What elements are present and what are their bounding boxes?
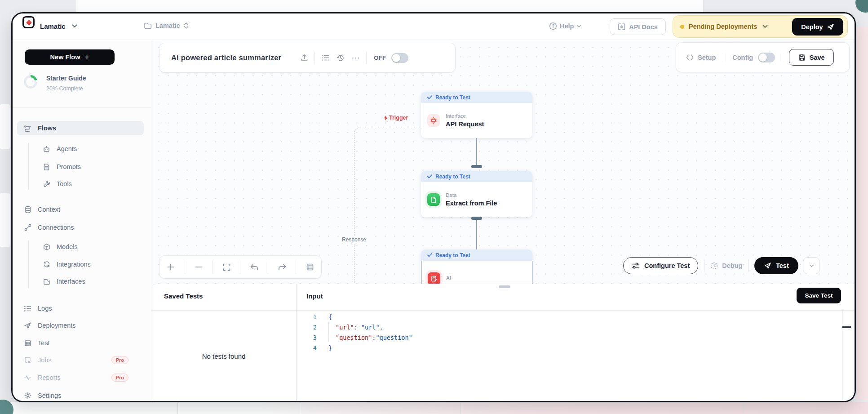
test-options-chevron[interactable] <box>803 257 820 274</box>
sidebar-item-jobs[interactable]: Jobs Pro <box>17 353 144 367</box>
sidebar-item-settings[interactable]: Settings <box>17 388 144 402</box>
chevron-down-icon <box>576 25 581 28</box>
flow-enabled-toggle[interactable] <box>391 53 408 63</box>
sidebar-item-label: Tools <box>57 180 72 187</box>
chevron-down-icon[interactable] <box>762 25 768 28</box>
pro-badge: Pro <box>111 374 128 382</box>
sidebar-item-prompts[interactable]: Prompts <box>17 160 144 174</box>
deploy-button[interactable]: Deploy <box>792 18 843 36</box>
config-toggle-group: Config <box>732 54 753 61</box>
input-code-editor[interactable]: 1{ 2"url": "url", 3"question":"question"… <box>297 311 842 401</box>
history-icon[interactable] <box>333 54 348 62</box>
sidebar-item-reports[interactable]: Reports Pro <box>17 370 144 385</box>
connections-icon <box>24 224 31 231</box>
config-toggle[interactable] <box>758 53 775 62</box>
sidebar-item-context[interactable]: Context <box>17 202 144 217</box>
background-strip <box>76 0 703 13</box>
top-bar: Lamatic Lamatic ? Help <box>13 13 855 40</box>
pending-status-dot-icon <box>680 25 684 29</box>
cube-icon <box>43 243 50 251</box>
screen: Lamatic Lamatic ? Help <box>0 0 868 414</box>
agents-icon <box>43 145 50 152</box>
node-status-bar: Ready to Test <box>421 92 532 103</box>
sidebar-item-connections[interactable]: Connections <box>17 220 144 235</box>
deployments-icon <box>24 322 31 329</box>
indent-guide <box>328 322 329 342</box>
notes-icon[interactable] <box>301 258 319 276</box>
config-label: Config <box>732 54 753 61</box>
list-icon[interactable] <box>318 54 333 61</box>
node-extract-from-file[interactable]: Ready to Test Data Extract from File <box>421 171 532 217</box>
redo-icon[interactable] <box>273 258 291 276</box>
line-number: 2 <box>297 322 317 333</box>
more-options-icon[interactable]: ⋯ <box>348 53 363 63</box>
starter-guide-progress-text: 20% Complete <box>46 85 83 92</box>
divider <box>13 107 151 108</box>
api-docs-button[interactable]: API Docs <box>610 18 666 35</box>
pending-deployments-pill[interactable]: Pending Deployments Deploy <box>673 15 848 38</box>
editor-scrollbar[interactable] <box>842 311 843 401</box>
sidebar-item-models[interactable]: Models <box>17 240 144 254</box>
help-menu[interactable]: ? Help <box>549 22 581 30</box>
chevron-down-icon[interactable] <box>72 24 77 28</box>
line-number: 3 <box>297 333 317 343</box>
new-flow-button[interactable]: New Flow + <box>25 49 115 65</box>
clock-icon <box>710 262 718 270</box>
sidebar-item-deployments[interactable]: Deployments <box>17 318 144 333</box>
test-button[interactable]: Test <box>754 257 798 274</box>
node-category: Interface <box>446 113 484 119</box>
fit-view-icon[interactable] <box>217 258 235 276</box>
logs-icon <box>24 305 31 312</box>
debug-button[interactable]: Debug <box>710 262 742 270</box>
panel-resize-handle[interactable] <box>499 285 510 288</box>
node-api-request[interactable]: Ready to Test Interface API Request <box>421 92 532 138</box>
starter-guide-progress-ring[interactable] <box>24 75 37 89</box>
folder-icon <box>144 22 152 29</box>
setup-button[interactable]: Setup <box>686 54 716 61</box>
sidebar-item-test[interactable]: Test <box>17 336 144 350</box>
sidebar-item-label: Reports <box>38 374 61 381</box>
new-flow-label: New Flow <box>50 53 80 61</box>
node-ai[interactable]: Ready to Test AI <box>421 249 532 284</box>
app-window: Lamatic Lamatic ? Help <box>11 12 856 402</box>
code-token: } <box>328 344 332 352</box>
sidebar-item-label: Prompts <box>57 163 81 170</box>
save-button[interactable]: Save <box>789 49 834 66</box>
configure-test-button[interactable]: Configure Test <box>623 257 698 274</box>
sidebar-item-label: Integrations <box>57 261 91 268</box>
sidebar-item-logs[interactable]: Logs <box>17 301 144 316</box>
sidebar-item-flows[interactable]: Flows <box>17 121 144 135</box>
zoom-out-icon[interactable] <box>190 258 208 276</box>
sidebar-item-label: Interfaces <box>57 278 85 285</box>
edge-handle[interactable] <box>471 165 482 168</box>
export-icon[interactable] <box>297 54 312 62</box>
empty-tests-message: No tests found <box>151 352 296 360</box>
workspace-name[interactable]: Lamatic <box>40 22 66 30</box>
flow-settings-bar: Setup Config Save <box>676 43 849 72</box>
edge-connector <box>476 220 477 249</box>
background-shape <box>855 0 868 13</box>
sidebar-item-agents[interactable]: Agents <box>17 142 144 156</box>
sidebar-item-tools[interactable]: Tools <box>17 177 144 191</box>
sidebar-item-integrations[interactable]: Integrations <box>17 257 144 272</box>
sidebar-item-label: Jobs <box>38 356 52 364</box>
deploy-label: Deploy <box>801 23 823 31</box>
flow-title[interactable]: Ai powered article summarizer <box>171 53 281 62</box>
canvas-toolbar <box>159 256 321 278</box>
code-token: "url" <box>336 324 354 331</box>
pending-deployments-label: Pending Deployments <box>689 23 757 30</box>
lamatic-logo[interactable] <box>22 16 35 28</box>
zoom-in-icon[interactable] <box>162 258 180 276</box>
sidebar-item-interfaces[interactable]: Interfaces <box>17 274 144 289</box>
sliders-icon <box>632 262 640 269</box>
starter-guide-title[interactable]: Starter Guide <box>46 75 86 82</box>
save-test-button[interactable]: Save Test <box>797 288 841 303</box>
check-icon <box>427 253 432 257</box>
edge-handle[interactable] <box>471 217 482 220</box>
undo-icon[interactable] <box>245 258 263 276</box>
breadcrumb[interactable]: Lamatic <box>144 22 189 29</box>
flow-canvas[interactable]: Trigger Response Ready to Test Interface… <box>151 40 855 284</box>
interface-icon <box>427 114 440 127</box>
gear-icon <box>24 392 31 399</box>
background-shape <box>0 193 10 247</box>
